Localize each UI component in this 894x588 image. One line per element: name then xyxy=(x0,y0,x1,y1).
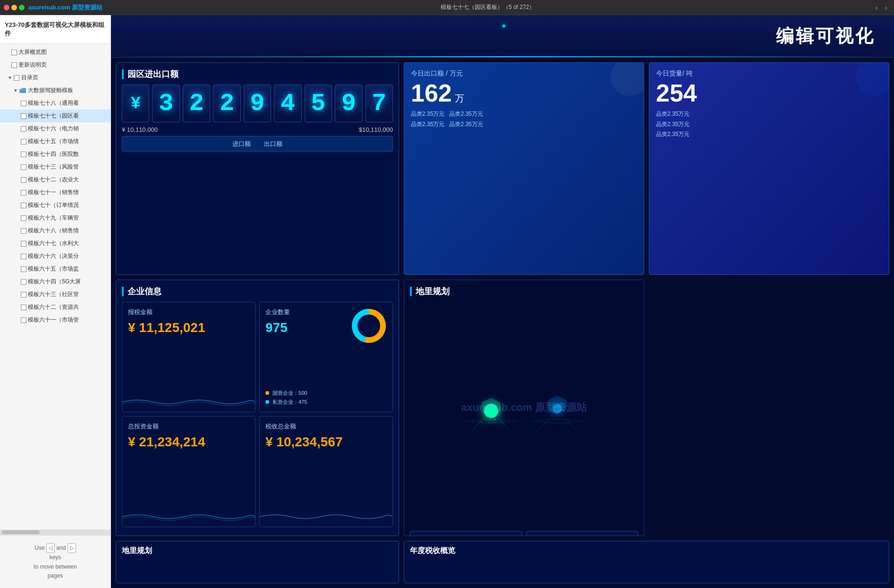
bottom-geo-title: 地里规划 xyxy=(122,546,393,556)
today-cargo-label: 今日货量/ 吨 xyxy=(656,69,882,78)
sidebar-item-75[interactable]: 模板七十五（市场情 xyxy=(0,135,111,148)
bottom-panels: 地里规划 年度税收概览 xyxy=(111,541,894,588)
sidebar-item-61[interactable]: 模板六十一（市场管 xyxy=(0,314,111,326)
today-export-sub: 品类2.35万元 品类2.35万元 品类2.35万元 品类2.35万元 xyxy=(411,109,637,129)
sidebar-item-71[interactable]: 模板七十一（销售情 xyxy=(0,186,111,199)
title-bar xyxy=(122,287,124,296)
page-icon xyxy=(11,50,17,55)
sidebar-item-overview[interactable]: 大屏概览图 xyxy=(0,46,111,59)
sidebar-item-label: 模板七十八（通用看 xyxy=(28,99,79,107)
dashboard-header: 编辑可视化 xyxy=(111,15,894,58)
bottom-stats-grid: 员工 365 相关人员/人 智慧大楼 1234 区域面积/㎡ xyxy=(410,531,638,536)
state-owned-label: 国营企业：500 xyxy=(272,390,307,396)
today-cargo-panel: 今日货量/ 吨 254 品类2.35万元 品类2.35万元 品类2.35万元 xyxy=(649,62,889,275)
sidebar-item-78[interactable]: 模板七十八（通用看 xyxy=(0,97,111,110)
header-dot xyxy=(502,25,505,27)
sidebar-item-label: 模板六十四（5G大屏 xyxy=(28,278,81,286)
sidebar-item-label: 模板六十八（销售情 xyxy=(28,227,79,235)
page-nav: ‹ › xyxy=(873,3,890,12)
sub2: 品类2.35万元 xyxy=(449,111,483,117)
sidebar-item-73[interactable]: 模板七十三（风险管 xyxy=(0,161,111,173)
horizontal-scrollbar[interactable] xyxy=(0,529,111,535)
bottom-tax-title: 年度税收概览 xyxy=(410,546,883,556)
legend-export[interactable]: 出口额 xyxy=(264,140,282,148)
page-icon xyxy=(21,190,26,196)
donut-chart xyxy=(350,307,388,345)
import-amounts: ¥ 10,110,000 $10,110,000 xyxy=(122,126,393,133)
keyboard-hint: Use ◁ and ▷ keys to move between pages xyxy=(0,535,111,588)
sidebar-item-65[interactable]: 模板六十五（市场监 xyxy=(0,263,111,275)
sidebar-item-63[interactable]: 模板六十三（社区管 xyxy=(0,288,111,301)
ent-count-card: 企业数量 975 国营企业：500 xyxy=(259,302,393,413)
tax-card: 报税金额 ¥ 11,125,021 xyxy=(122,302,255,413)
sidebar-item-77[interactable]: 模板七十七（园区看 xyxy=(0,110,111,122)
page-icon xyxy=(21,215,26,221)
cargo-sub2: 品类2.35万元 xyxy=(656,121,690,128)
sidebar-item-69[interactable]: 模板六十九（车辆管 xyxy=(0,212,111,224)
sidebar-item-72[interactable]: 模板七十二（农业大 xyxy=(0,173,111,186)
sidebar-item-70[interactable]: 模板七十（订单情况 xyxy=(0,199,111,212)
sidebar-item-update[interactable]: 更新说明页 xyxy=(0,59,111,71)
sidebar-item-catalog[interactable]: ▼ 目录页 xyxy=(0,71,111,84)
donut-legend: 国营企业：500 私营企业：475 xyxy=(265,389,307,408)
nav-prev-btn[interactable]: ‹ xyxy=(873,3,881,12)
minimize-dot[interactable] xyxy=(11,5,17,10)
legend-import[interactable]: 进口额 xyxy=(232,140,251,148)
holo-core xyxy=(484,404,498,418)
page-icon xyxy=(21,203,26,208)
legend-bar[interactable]: 进口额 出口额 xyxy=(122,136,393,152)
today-export-label: 今日出口额 / 万元 xyxy=(411,69,637,78)
sidebar-tree[interactable]: 大屏概览图 更新说明页 ▼ 目录页 ▼ 大数据驾驶舱模板 xyxy=(0,44,111,529)
scroll-handle[interactable] xyxy=(2,530,40,534)
sidebar-item-66[interactable]: 模板六十六（决策分 xyxy=(0,250,111,263)
tax-label: 报税金额 xyxy=(128,308,249,316)
sidebar-item-67[interactable]: 模板六十七（水利大 xyxy=(0,237,111,250)
employees-card: 员工 365 相关人员/人 xyxy=(410,531,522,536)
window-controls xyxy=(4,5,25,10)
digit-2: 2 xyxy=(183,85,210,122)
dashboard-body: 园区进出口额 ¥ 3 2 2 9 4 5 9 7 ¥ 10,110,000 $1… xyxy=(111,58,894,541)
sidebar-item-74[interactable]: 模板七十四（医院数 xyxy=(0,148,111,161)
cone-svg2 xyxy=(529,386,586,443)
header-line xyxy=(111,56,894,57)
page-icon xyxy=(21,177,26,183)
arrow-down-icon: ▼ xyxy=(13,88,18,93)
private-label: 私营企业：475 xyxy=(272,399,307,405)
import-export-title: 园区进出口额 xyxy=(122,68,393,80)
revenue-card: 税收总金额 ¥ 10,234,567 xyxy=(259,416,393,527)
geo-title: 地里规划 xyxy=(410,286,638,297)
sidebar-item-68[interactable]: 模板六十八（销售情 xyxy=(0,224,111,237)
sidebar-item-label: 模板六十九（车辆管 xyxy=(28,214,79,222)
sidebar-item-62[interactable]: 模板六十二（资源共 xyxy=(0,301,111,314)
maximize-dot[interactable] xyxy=(19,5,25,10)
sidebar-item-label: 模板七十五（市场情 xyxy=(28,137,79,145)
today-export-unit: 万 xyxy=(455,92,464,105)
page-icon xyxy=(21,279,26,285)
page-icon xyxy=(21,254,26,259)
enterprise-grid: 报税金额 ¥ 11,125,021 企业数量 975 xyxy=(122,302,393,528)
hint-and: and xyxy=(56,545,67,551)
sidebar: Y23-70多套数据可视化大屏模板和组件 大屏概览图 更新说明页 ▼ 目录页 xyxy=(0,15,111,588)
main-layout: Y23-70多套数据可视化大屏模板和组件 大屏概览图 更新说明页 ▼ 目录页 xyxy=(0,15,894,588)
top-bar: axurehub.com 原型资源站 模板七十七（园区看板）（5 of 272）… xyxy=(0,0,894,15)
cargo-sub3: 品类2.35万元 xyxy=(656,131,690,137)
geo-visual-content xyxy=(410,302,638,528)
arrow-down-icon: ▼ xyxy=(8,75,12,80)
hint-line3: to move between xyxy=(34,563,77,570)
sidebar-item-label: 模板七十二（农业大 xyxy=(28,176,79,184)
dashboard: 编辑可视化 园区进出口额 ¥ 3 2 2 9 4 5 9 7 xyxy=(111,15,894,588)
close-dot[interactable] xyxy=(4,5,9,10)
sidebar-item-76[interactable]: 模板七十六（电力销 xyxy=(0,122,111,135)
page-icon xyxy=(21,317,26,323)
sidebar-item-label: 大屏概览图 xyxy=(18,48,47,56)
page-icon xyxy=(21,164,26,170)
dashboard-title: 编辑可视化 xyxy=(776,24,875,48)
sidebar-item-64[interactable]: 模板六十四（5G大屏 xyxy=(0,275,111,288)
sidebar-item-label: 模板六十六（决策分 xyxy=(28,252,79,260)
sidebar-item-label: 模板六十五（市场监 xyxy=(28,265,79,273)
sidebar-item-bigdata-folder[interactable]: ▼ 大数据驾驶舱模板 xyxy=(0,84,111,97)
investment-label: 总投资金额 xyxy=(128,422,249,431)
page-icon xyxy=(21,305,26,310)
geo-visual: 地里规划 axurehub.com 原型资源站 xyxy=(404,280,644,537)
nav-next-btn[interactable]: › xyxy=(882,3,890,12)
